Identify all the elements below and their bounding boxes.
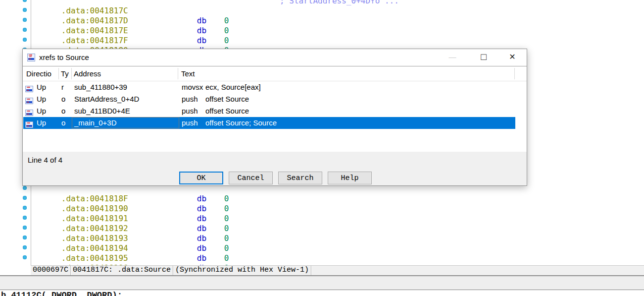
empty-panel-strip	[0, 276, 644, 290]
panel-divider	[0, 290, 644, 290]
cancel-button[interactable]: Cancel	[229, 172, 273, 184]
listing-status-bar: 0000697C 0041817C: .data:Source (Synchro…	[31, 265, 644, 275]
xref-row[interactable]: Up o StartAddress_0+4D pushoffset Source	[23, 93, 515, 105]
marker-dot	[23, 245, 27, 249]
dialog-title-bar[interactable]: xrefs to Source — □ ✕	[23, 49, 527, 66]
maximize-button[interactable]: □	[472, 49, 495, 66]
marker-dot	[23, 186, 27, 190]
marker-dot	[23, 226, 27, 230]
disassembly-line[interactable]: .data:00418193db0	[33, 224, 229, 234]
xrefs-dialog: xrefs to Source — □ ✕ Directio Ty Addres…	[22, 49, 527, 186]
marker-dot	[23, 216, 27, 220]
column-header-address[interactable]: Address	[74, 66, 101, 81]
status-sync: (Synchronized with Hex View-1)	[173, 266, 311, 275]
minimize-button[interactable]: —	[441, 49, 464, 66]
xref-address: sub_411880+39	[74, 81, 127, 93]
disassembly-line[interactable]: .data:0041817Edb0	[33, 16, 229, 26]
clipped-hint-text: b 41112C( DWORD DWORD);	[1, 291, 122, 296]
disassembly-line[interactable]: .data:00418196db0	[33, 253, 229, 263]
search-button[interactable]: Search	[278, 172, 322, 184]
xref-row-selected[interactable]: Up o _main_0+3D pushoffset Source; Sourc…	[23, 117, 515, 129]
xref-list: Directio Ty Address Text Up r sub_411880…	[23, 66, 527, 153]
marker-dot	[23, 8, 27, 12]
disassembly-line[interactable]: .data:00418192db0	[33, 214, 229, 224]
xref-comment: ; StartAddress_0+4D↑o ...	[280, 0, 399, 6]
disassembly-line[interactable]: .data:0041817Fdb0	[33, 26, 229, 36]
help-button[interactable]: Help	[328, 172, 372, 184]
column-separator[interactable]	[514, 68, 515, 79]
marker-dot	[23, 196, 27, 200]
disassembly-line[interactable]: .data:00418195db0	[33, 243, 229, 253]
status-offset: 0000697C	[31, 266, 71, 275]
disassembly-line[interactable]: .data:00418194db0	[33, 234, 229, 243]
column-separator[interactable]	[71, 68, 72, 79]
xref-icon	[27, 54, 35, 63]
marker-dot	[23, 18, 27, 22]
marker-dot	[23, 236, 27, 239]
disassembly-line[interactable]: .data:0041817C ; StartAddress_0+4D↑o ...	[33, 0, 197, 6]
xref-row[interactable]: Up o sub_411BD0+4E pushoffset Source	[23, 105, 515, 117]
xref-direction: Up	[37, 81, 46, 93]
xref-row[interactable]: Up r sub_411880+39 movsxecx, Source[eax]	[23, 81, 515, 93]
disassembly-line[interactable]: .data:0041817Ddb0	[33, 6, 229, 16]
column-header-direction[interactable]: Directio	[26, 66, 51, 81]
close-button[interactable]: ✕	[501, 49, 524, 66]
column-separator[interactable]	[178, 68, 178, 79]
disassembly-line[interactable]: .data:00418180db0	[33, 36, 229, 46]
marker-dot	[23, 255, 27, 259]
marker-dot	[23, 28, 27, 32]
disassembly-line[interactable]: .data:00418190db0	[33, 194, 229, 204]
disassembly-line[interactable]: .data:00418191db0	[33, 204, 229, 214]
dialog-title: xrefs to Source	[39, 53, 89, 61]
list-header: Directio Ty Address Text	[23, 66, 527, 81]
xref-type: r	[61, 81, 64, 93]
column-separator[interactable]	[58, 68, 59, 79]
column-header-text[interactable]: Text	[181, 66, 195, 81]
ok-button[interactable]: OK	[179, 172, 223, 184]
focus-rectangle	[72, 117, 179, 128]
status-address: 0041817C: .data:Source	[71, 266, 173, 275]
dialog-button-panel: Line 4 of 4 OK Cancel Search Help	[23, 152, 527, 185]
marker-dot	[23, 206, 27, 210]
column-header-type[interactable]: Ty	[61, 66, 69, 81]
xref-icon	[25, 119, 33, 131]
xref-text: movsxecx, Source[eax]	[182, 81, 261, 93]
line-count-label: Line 4 of 4	[28, 156, 62, 164]
marker-dot	[23, 0, 27, 2]
marker-dot	[23, 38, 27, 42]
ida-workspace: .data:0041817C ; StartAddress_0+4D↑o ...…	[0, 0, 644, 296]
